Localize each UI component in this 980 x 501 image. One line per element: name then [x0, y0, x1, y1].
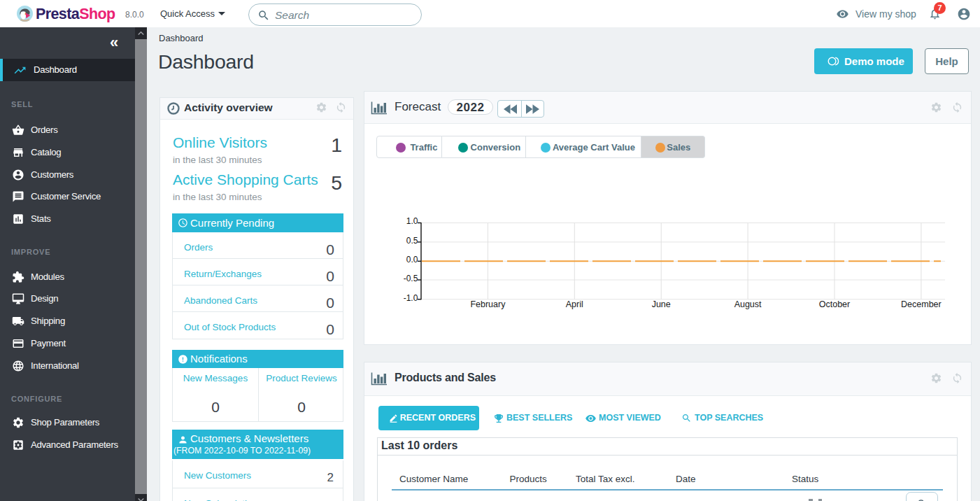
svg-text:1.0: 1.0 [406, 216, 418, 226]
svg-text:February: February [470, 299, 506, 309]
svg-text:-1.0: -1.0 [404, 293, 418, 303]
svg-text:June: June [652, 299, 671, 309]
svg-text:0.0: 0.0 [406, 255, 418, 264]
svg-text:August: August [734, 299, 762, 309]
svg-text:0.5: 0.5 [406, 236, 418, 246]
svg-text:October: October [819, 299, 850, 309]
svg-text:April: April [566, 299, 583, 309]
svg-text:December: December [901, 299, 942, 309]
svg-text:-0.5: -0.5 [404, 274, 418, 283]
